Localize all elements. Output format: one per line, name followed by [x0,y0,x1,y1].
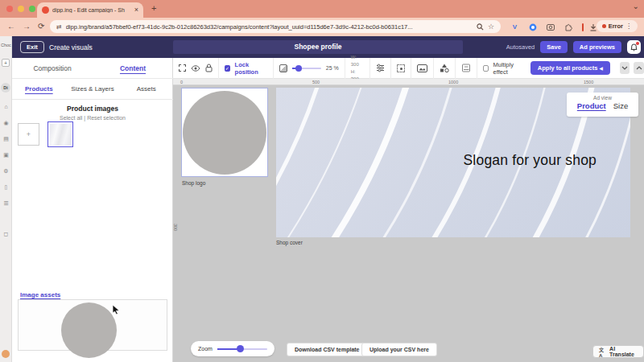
minimize-window-button[interactable] [18,6,24,12]
replace-image-icon[interactable] [397,64,405,72]
close-window-button[interactable] [6,6,13,12]
save-button[interactable]: Save [540,41,568,53]
app-header: Exit Create visuals Shopee profile Autos… [12,36,644,58]
panel-tabs: Composition Content [12,58,173,79]
notifications-button[interactable] [627,40,641,54]
ruler-label: 0 [180,80,183,84]
left-panel: Composition Content Products Sizes & Lay… [12,58,173,362]
shop-logo-placeholder-circle[interactable] [183,91,266,175]
subtab-sizes-layers[interactable]: Sizes & Layers [66,79,120,99]
autosaved-status: Autosaved [506,43,535,51]
maximize-window-button[interactable] [29,6,35,12]
rail-camera-icon[interactable]: ◉ [0,120,12,126]
ad-view-title: Ad view [567,95,638,101]
extension-globe-icon[interactable] [528,23,537,31]
lock-position-label: Lock position [235,61,267,76]
error-status-button[interactable]: Error ⋮ [597,20,638,32]
browser-url-bar: ← → ⟳ ⇄ dipp.ing/brand/a57bbef0-ef73-41d… [0,18,644,36]
extensions-puzzle-icon[interactable] [564,23,572,31]
download-csv-button[interactable]: Download CSV template [287,343,368,356]
upload-csv-button[interactable]: Upload your CSV here [361,343,437,356]
ad-view-tab-product[interactable]: Product [577,101,606,110]
canvas-area[interactable]: 0 500 1000 1500 300 Shop logo Slogan for… [173,79,644,362]
multiply-effect-label: Multiply effect [493,61,523,76]
document-title[interactable]: Shopee profile [173,40,463,54]
browser-tab[interactable]: dipp.ing - Edit campaign - Sh × [37,2,143,18]
move-up-button[interactable] [634,62,644,74]
select-area-icon[interactable] [179,64,186,72]
zoom-label: Zoom [198,346,213,352]
subtab-products[interactable]: Products [12,79,66,99]
shop-logo-element[interactable] [181,88,268,177]
product-images-title: Product images [12,105,173,113]
translate-icon: 文A [599,346,606,358]
bookmark-star-icon[interactable]: ☆ [488,23,494,31]
reload-icon[interactable]: ⟳ [38,22,44,31]
tab-close-icon[interactable]: × [134,6,138,14]
opacity-slider[interactable] [292,68,321,69]
rail-workspace-badge[interactable]: Di [1,83,10,93]
extension-camera-icon[interactable] [546,23,555,31]
extension-v-icon[interactable]: V [510,23,519,31]
shop-slogan-text[interactable]: Slogan for your shop [464,152,597,169]
rail-gear-icon[interactable]: ⚙ [0,168,12,175]
ruler-label: 1000 [448,80,458,84]
rail-sliders-icon[interactable]: ☰ [0,200,12,207]
image-assets-link[interactable]: Image assets [20,291,60,298]
browser-menu-kebab-icon[interactable]: ⋮ [625,23,632,30]
tab-search-icon[interactable]: ⌄ [633,2,639,10]
rail-avatar[interactable] [2,350,10,358]
width-field[interactable]: W: 300 [351,55,359,67]
image-asset-circle[interactable] [61,302,117,358]
rail-grid-icon[interactable]: ▤ [0,136,12,142]
opacity-slider-thumb[interactable] [295,65,302,72]
address-bar[interactable]: ⇄ dipp.ing/brand/a57bbef0-ef73-41dc-9c2b… [50,20,501,33]
zoom-slider-thumb[interactable] [237,345,244,352]
move-down-button[interactable] [620,62,630,74]
ruler-label: 1500 [584,80,593,84]
ad-view-panel: Ad view Product Size [567,93,638,117]
lock-position-checkbox[interactable]: ✓ [225,65,230,72]
tab-composition[interactable]: Composition [12,58,93,78]
select-all-link[interactable]: Select all [60,115,82,121]
site-info-icon[interactable]: ⇄ [56,23,62,31]
ad-view-tab-size[interactable]: Size [613,101,628,110]
screen: dipp.ing - Edit campaign - Sh × + ⌄ ← → … [0,0,644,362]
rail-device-icon[interactable]: ▯ [0,184,12,191]
lock-icon[interactable] [205,64,213,72]
pin-icon [578,23,587,31]
rail-image-icon[interactable]: ▣ [0,152,12,158]
shapes-icon[interactable] [440,64,449,72]
add-product-image-button[interactable]: + [18,123,39,146]
reset-selection-link[interactable]: Reset selection [87,115,126,121]
zoom-slider[interactable] [217,348,267,350]
rail-bag-icon[interactable]: ◻ [0,231,12,237]
apply-dropdown-arrow-icon: ◀ [600,66,603,71]
ad-previews-button[interactable]: Ad previews [573,41,621,53]
product-image-thumbnail-selected[interactable] [47,121,73,147]
adjustments-icon[interactable] [376,64,385,72]
visibility-eye-icon[interactable] [191,65,200,72]
shop-logo-label: Shop logo [182,180,205,186]
opacity-value[interactable]: 25 [326,65,332,71]
exit-button[interactable]: Exit [20,41,44,53]
rail-add-button[interactable]: + [2,59,10,67]
favicon-icon [42,6,49,14]
tab-content[interactable]: Content [93,58,173,78]
back-icon[interactable]: ← [7,22,15,31]
apply-all-products-button[interactable]: Apply to all products ◀ [530,61,610,75]
zoom-control: Zoom [191,341,275,356]
separator: | [84,115,85,121]
shop-cover-label: Shop cover [276,240,303,245]
product-image [50,124,72,146]
rail-home-icon[interactable]: ⌂ [0,104,12,109]
forward-icon[interactable]: → [23,22,31,31]
app-title: Create visuals [49,43,93,51]
multiply-effect-checkbox[interactable] [483,65,489,72]
search-icon[interactable] [477,23,484,31]
frame-icon[interactable] [461,64,471,72]
new-tab-button[interactable]: + [151,3,156,13]
subtab-assets[interactable]: Assets [119,79,173,99]
ai-translate-button[interactable]: 文A AI Translate [592,345,644,358]
image-fill-icon[interactable] [417,64,427,72]
